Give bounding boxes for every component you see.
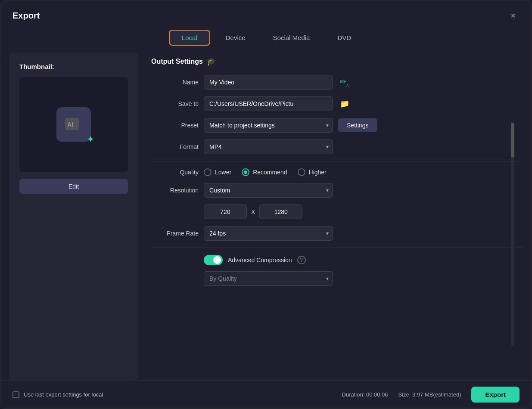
quality-recommend-radio[interactable] [242,168,249,176]
size-info: Size: 3.97 MB(estimated) [398,391,461,398]
sparkle-icon: ✦ [87,134,94,145]
advanced-compression-label: Advanced Compression [228,257,292,263]
use-last-label: Use last export settings for local [24,391,103,398]
save-to-label: Save to [151,100,199,107]
quality-label: Quality [151,169,199,176]
tab-local[interactable]: Local [169,30,210,46]
quality-lower[interactable]: Lower [204,168,231,176]
export-button[interactable]: Export [471,387,520,403]
tabs-row: Local Device Social Media DVD [0,26,532,53]
radio-dot [244,170,247,174]
preset-label: Preset [151,122,199,129]
close-button[interactable]: × [507,9,520,22]
by-quality-row: By Quality By Bitrate ▾ [204,271,523,286]
frame-rate-label: Frame Rate [151,230,199,237]
help-icon[interactable]: ? [297,256,306,264]
format-select-wrapper: MP4 MOV AVI MKV ▾ [204,139,333,154]
toggle-knob [213,256,221,264]
tab-dvd[interactable]: DVD [325,30,363,46]
name-row: Name ✏AI [151,75,523,90]
thumbnail-box: AI ✦ [19,77,128,172]
advanced-compression-toggle[interactable] [204,255,223,265]
quality-row: Quality Lower Recommend [151,168,523,176]
resolution-width-input[interactable] [204,204,247,219]
output-settings-title: Output Settings [151,58,203,65]
quality-higher-label: Higher [309,169,327,176]
by-quality-select-wrapper: By Quality By Bitrate ▾ [204,271,333,286]
right-panel: Output Settings 🎓 Name ✏AI Save to 📁 [147,53,523,380]
export-dialog: Export × Local Device Social Media DVD T… [0,0,532,409]
preset-row: Preset Match to project settings ▾ Setti… [151,118,523,133]
resolution-row: Resolution Custom 1920x1080 1280x720 ▾ [151,183,523,198]
divider-2 [151,248,523,248]
dialog-header: Export × [0,0,532,26]
quality-higher[interactable]: Higher [298,168,327,176]
tab-device[interactable]: Device [214,30,258,46]
scrollbar-thumb[interactable] [511,123,514,158]
scrollable-area[interactable]: Output Settings 🎓 Name ✏AI Save to 📁 [147,53,523,380]
folder-icon[interactable]: 📁 [340,99,349,108]
frame-rate-select[interactable]: 24 fps 30 fps 60 fps [204,226,333,241]
dialog-title: Export [12,11,40,21]
frame-rate-row: Frame Rate 24 fps 30 fps 60 fps ▾ [151,226,523,241]
preset-select-wrapper: Match to project settings ▾ [204,118,333,133]
duration-info: Duration: 00:00:06 [342,391,388,398]
quality-options: Lower Recommend Higher [204,168,327,176]
resolution-dimensions-row: X [204,204,523,219]
scrollbar-track[interactable] [511,121,514,346]
ai-edit-icon[interactable]: ✏AI [340,77,350,87]
edit-button[interactable]: Edit [19,179,128,194]
thumbnail-preview: AI ✦ [56,107,91,142]
svg-text:AI: AI [67,121,73,128]
save-to-row: Save to 📁 [151,96,523,111]
quality-recommend[interactable]: Recommend [242,168,287,176]
quality-lower-radio[interactable] [204,168,212,176]
quality-recommend-label: Recommend [253,169,287,176]
thumbnail-label: Thumbnail: [19,63,54,70]
preset-select[interactable]: Match to project settings [204,118,333,133]
footer: Use last export settings for local Durat… [0,380,532,409]
left-panel: Thumbnail: AI ✦ Edit [9,53,138,380]
quality-lower-label: Lower [215,169,231,176]
advanced-compression-row: Advanced Compression ? [151,255,523,265]
ai-badge: AI [56,107,91,142]
footer-right: Duration: 00:00:06 Size: 3.97 MB(estimat… [342,387,520,403]
quality-higher-radio[interactable] [298,168,305,176]
save-to-input[interactable] [204,96,333,111]
resolution-label: Resolution [151,187,199,194]
main-content: Thumbnail: AI ✦ Edit [0,53,532,380]
name-input[interactable] [204,75,333,90]
section-title: Output Settings 🎓 [151,57,523,66]
name-label: Name [151,79,199,86]
resolution-x-separator: X [251,208,255,215]
resolution-height-input[interactable] [259,204,302,219]
right-wrapper: Output Settings 🎓 Name ✏AI Save to 📁 [147,53,523,380]
tab-social-media[interactable]: Social Media [261,30,322,46]
resolution-select-wrapper: Custom 1920x1080 1280x720 ▾ [204,183,333,198]
format-select[interactable]: MP4 MOV AVI MKV [204,139,333,154]
by-quality-select[interactable]: By Quality By Bitrate [204,271,333,286]
format-label: Format [151,143,199,150]
use-last-checkbox[interactable] [12,391,19,398]
hat-icon: 🎓 [206,57,216,66]
divider-1 [151,161,523,161]
resolution-select[interactable]: Custom 1920x1080 1280x720 [204,183,333,198]
ai-graphic: AI [63,114,84,135]
frame-rate-select-wrapper: 24 fps 30 fps 60 fps ▾ [204,226,333,241]
settings-button[interactable]: Settings [338,118,377,132]
footer-left: Use last export settings for local [12,391,103,398]
format-row: Format MP4 MOV AVI MKV ▾ [151,139,523,154]
